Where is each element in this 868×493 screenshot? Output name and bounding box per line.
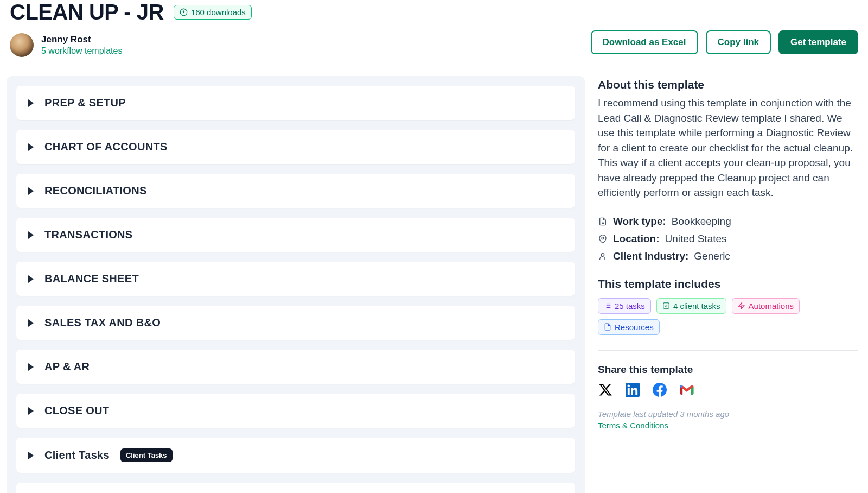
location-icon — [598, 234, 608, 244]
section-label: Client Tasks — [44, 449, 110, 462]
page-header: CLEAN UP - JR 160 downloads Jenny Rost 5… — [0, 0, 868, 67]
about-body: I recommend using this template in conju… — [598, 96, 858, 200]
chevron-right-icon — [28, 231, 34, 239]
meta-location: Location: United States — [598, 233, 858, 245]
section-label: TRANSACTIONS — [44, 229, 133, 241]
section-sales-tax-bo[interactable]: SALES TAX AND B&O — [16, 306, 575, 340]
downloads-count: 160 downloads — [191, 8, 246, 17]
meta-label: Client industry: — [613, 250, 688, 262]
svg-point-3 — [602, 237, 604, 239]
check-square-icon — [662, 302, 670, 309]
section-ap-ar[interactable]: AP & AR — [16, 350, 575, 384]
lightning-icon — [738, 302, 745, 309]
author-avatar[interactable] — [10, 33, 34, 57]
linkedin-icon[interactable] — [625, 382, 640, 397]
section-balance-sheet[interactable]: BALANCE SHEET — [16, 262, 575, 296]
section-label: BALANCE SHEET — [44, 273, 139, 285]
header-left: CLEAN UP - JR 160 downloads Jenny Rost 5… — [10, 0, 591, 57]
meta-industry: Client industry: Generic — [598, 250, 858, 262]
section-prep-setup[interactable]: PREP & SETUP — [16, 86, 575, 120]
download-excel-button[interactable]: Download as Excel — [591, 30, 698, 54]
share-heading: Share this template — [598, 364, 858, 376]
last-updated: Template last updated 3 months ago — [598, 409, 858, 419]
section-label: RECONCILIATIONS — [44, 185, 147, 197]
terms-link[interactable]: Terms & Conditions — [598, 421, 668, 430]
author-name[interactable]: Jenny Rost — [41, 34, 122, 45]
section-transactions[interactable]: TRANSACTIONS — [16, 218, 575, 252]
section-label: SALES TAX AND B&O — [44, 317, 161, 329]
about-heading: About this template — [598, 78, 858, 91]
svg-rect-11 — [663, 303, 669, 309]
copy-link-button[interactable]: Copy link — [706, 30, 771, 54]
chevron-right-icon — [28, 319, 34, 327]
template-meta: Work type: Bookkeeping Location: United … — [598, 216, 858, 262]
client-tasks-pill: Client Tasks — [120, 448, 173, 462]
meta-work-type: Work type: Bookkeeping — [598, 216, 858, 227]
sections-list: PREP & SETUP CHART OF ACCOUNTS RECONCILI… — [7, 76, 585, 493]
main-content: PREP & SETUP CHART OF ACCOUNTS RECONCILI… — [0, 67, 868, 493]
chevron-right-icon — [28, 452, 34, 459]
badge-resources: Resources — [598, 319, 660, 335]
template-title: CLEAN UP - JR — [10, 0, 164, 24]
section-label: PREP & SETUP — [44, 97, 126, 109]
section-invoice-pricing[interactable]: INVOICE & PRICING — [16, 483, 575, 493]
author-row: Jenny Rost 5 workflow templates — [10, 33, 591, 57]
share-icons — [598, 382, 858, 397]
chevron-right-icon — [28, 275, 34, 283]
includes-heading: This template includes — [598, 277, 858, 290]
section-label: AP & AR — [44, 361, 90, 373]
includes-badges: 25 tasks 4 client tasks Automations Reso… — [598, 298, 858, 335]
list-icon — [604, 302, 611, 309]
meta-value: United States — [665, 233, 727, 245]
svg-marker-12 — [738, 302, 744, 309]
meta-label: Work type: — [613, 216, 666, 227]
chevron-right-icon — [28, 407, 34, 415]
download-icon — [180, 8, 188, 16]
title-row: CLEAN UP - JR 160 downloads — [10, 0, 591, 24]
person-icon — [598, 251, 608, 261]
badge-label: 25 tasks — [615, 301, 645, 311]
x-twitter-icon[interactable] — [598, 382, 613, 397]
chevron-right-icon — [28, 363, 34, 371]
chevron-right-icon — [28, 143, 34, 151]
badge-label: 4 client tasks — [673, 301, 720, 311]
badge-tasks: 25 tasks — [598, 298, 651, 314]
meta-label: Location: — [613, 233, 660, 245]
author-workflow-count[interactable]: 5 workflow templates — [41, 46, 122, 56]
badge-label: Automations — [749, 301, 794, 311]
badge-client-tasks: 4 client tasks — [656, 298, 726, 314]
gmail-icon[interactable] — [679, 382, 694, 397]
section-reconciliations[interactable]: RECONCILIATIONS — [16, 174, 575, 208]
file-icon — [604, 323, 611, 331]
section-label: CLOSE OUT — [44, 404, 109, 417]
author-text: Jenny Rost 5 workflow templates — [41, 34, 122, 56]
document-icon — [598, 217, 608, 226]
get-template-button[interactable]: Get template — [778, 30, 858, 54]
meta-value: Bookkeeping — [672, 216, 731, 227]
badge-automations: Automations — [732, 298, 800, 314]
section-label: CHART OF ACCOUNTS — [44, 141, 168, 153]
divider — [598, 350, 858, 351]
chevron-right-icon — [28, 187, 34, 195]
downloads-badge: 160 downloads — [174, 5, 252, 20]
meta-value: Generic — [694, 250, 730, 262]
chevron-right-icon — [28, 99, 34, 107]
section-client-tasks[interactable]: Client Tasks Client Tasks — [16, 438, 575, 473]
svg-point-4 — [601, 253, 604, 256]
header-actions: Download as Excel Copy link Get template — [591, 30, 859, 54]
badge-label: Resources — [615, 323, 654, 332]
facebook-icon[interactable] — [652, 382, 667, 397]
section-close-out[interactable]: CLOSE OUT — [16, 394, 575, 428]
section-chart-of-accounts[interactable]: CHART OF ACCOUNTS — [16, 130, 575, 164]
sidebar: About this template I recommend using th… — [598, 76, 858, 431]
